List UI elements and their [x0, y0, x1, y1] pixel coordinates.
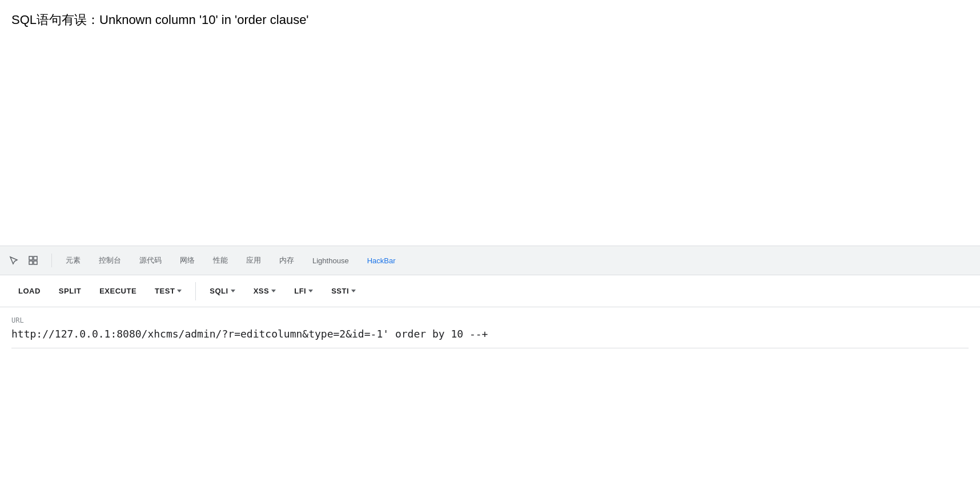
- svg-rect-3: [34, 261, 37, 264]
- svg-rect-2: [29, 261, 33, 264]
- hackbar-toolbar: LOAD SPLIT EXECUTE TEST SQLI XSS LFI SST…: [0, 275, 980, 307]
- tab-console[interactable]: 控制台: [90, 246, 130, 275]
- tab-performance[interactable]: 性能: [204, 246, 237, 275]
- devtools-tabs: 元素 控制台 源代码 网络 性能 应用 内存 Lighthouse HackBa…: [57, 246, 404, 275]
- execute-button[interactable]: EXECUTE: [90, 280, 146, 303]
- svg-rect-0: [29, 256, 33, 260]
- main-content: SQL语句有误：Unknown column '10' in 'order cl…: [0, 0, 980, 246]
- split-button[interactable]: SPLIT: [50, 280, 90, 303]
- sqli-arrow-icon: [231, 290, 235, 292]
- sqli-button[interactable]: SQLI: [200, 280, 244, 303]
- load-button[interactable]: LOAD: [9, 280, 50, 303]
- tab-memory[interactable]: 内存: [270, 246, 303, 275]
- url-label: URL: [11, 316, 969, 324]
- error-message: SQL语句有误：Unknown column '10' in 'order cl…: [11, 11, 969, 29]
- tab-hackbar[interactable]: HackBar: [358, 246, 405, 275]
- xss-button[interactable]: XSS: [244, 280, 286, 303]
- test-arrow-icon: [177, 290, 182, 292]
- toolbar-divider: [51, 254, 52, 267]
- tab-elements[interactable]: 元素: [57, 246, 90, 275]
- inspect-icon-btn[interactable]: [24, 251, 42, 270]
- xss-arrow-icon: [271, 290, 276, 292]
- tab-lighthouse[interactable]: Lighthouse: [303, 246, 358, 275]
- hackbar-divider: [195, 282, 196, 300]
- svg-rect-1: [34, 256, 37, 260]
- tab-application[interactable]: 应用: [237, 246, 270, 275]
- ssti-button[interactable]: SSTI: [322, 280, 365, 303]
- url-value[interactable]: http://127.0.0.1:8080/xhcms/admin/?r=edi…: [11, 327, 969, 341]
- test-button[interactable]: TEST: [146, 280, 191, 303]
- cursor-icon-btn[interactable]: [5, 251, 23, 270]
- hackbar-url-area: URL http://127.0.0.1:8080/xhcms/admin/?r…: [0, 307, 980, 348]
- lfi-arrow-icon: [308, 290, 313, 292]
- ssti-arrow-icon: [351, 290, 356, 292]
- lfi-button[interactable]: LFI: [285, 280, 322, 303]
- url-divider: [11, 348, 969, 348]
- devtools-toolbar: 元素 控制台 源代码 网络 性能 应用 内存 Lighthouse HackBa…: [0, 246, 980, 275]
- tab-network[interactable]: 网络: [171, 246, 204, 275]
- tab-sources[interactable]: 源代码: [130, 246, 171, 275]
- devtools-icons: [5, 251, 42, 270]
